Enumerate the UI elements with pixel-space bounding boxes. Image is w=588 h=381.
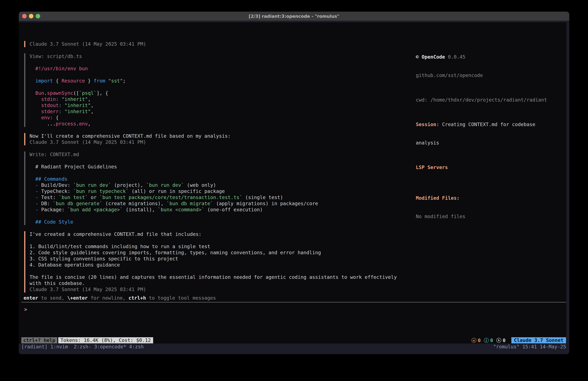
text-line: - TypeCheck: `bun run typecheck` (all) o… [30,188,318,194]
message-lines: Now I'll create a comprehensive CONTEXT.… [30,133,231,145]
text-line: stdin: "inherit", [30,96,126,102]
text-line: The file is concise (20 lines) and captu… [30,274,397,280]
text-line [30,157,318,164]
tool-accent-bar [24,151,25,225]
text-line: - DB: `bun db generate` (create migratio… [30,201,318,207]
tool-write-block: Write: CONTEXT.md # Radiant Project Guid… [24,151,397,225]
tmux-host-clock: "romulus" 15:41 14-May-25 [493,344,566,350]
text-line: ## Code Style [30,219,318,225]
session-title-wrap: analysis [416,140,547,146]
text-line: Claude 3.7 Sonnet (14 May 2025 03:41 PM) [30,41,146,47]
text-line: - Build/Dev: `bun run dev` (project), `b… [30,182,318,188]
text-line: Now I'll create a comprehensive CONTEXT.… [30,133,231,139]
text-line: 1. Build/lint/test commands including ho… [30,244,397,249]
text-line [30,170,318,176]
prompt-input[interactable]: > [24,306,557,313]
close-button[interactable] [22,14,27,18]
message-accent-bar [24,231,25,292]
text-line: stdout: "inherit", [30,102,126,109]
status-bar: ctrl+? help Tokens: 16.4K (8%), Cost: $0… [21,337,566,343]
counter-value: 0 [490,337,493,343]
help-chip: ctrl+? help [21,337,57,343]
text-line [30,268,397,274]
w-circle-icon: w [471,338,476,343]
text-line: I've created a comprehensive CONTEXT.md … [30,231,397,237]
text-line: 2. Code style guidelines covering import… [30,249,397,256]
text-line [30,72,126,78]
modified-files-heading: Modified Files: [416,195,547,201]
text-line: import { Resource } from "sst"; [30,78,126,84]
tool-lines: Write: CONTEXT.md # Radiant Project Guid… [30,151,318,225]
window-title: [2/3] radiant:3:opencode - "romulus" [249,14,339,19]
counter-value: 0 [503,337,505,343]
lsp-servers-heading: LSP Servers [416,164,547,171]
tokens-cost-chip: Tokens: 16.4K (8%), Cost: $0.12 [58,337,153,343]
minimize-button[interactable] [29,14,33,18]
text-line: enter to send, \+enter for newline, ctrl… [23,295,216,301]
tmux-status-bar: [radiant] 1:nvim 2:zsh- 3:opencode* 4:zs… [21,344,566,350]
text-line: stderr: "inherit", [30,109,126,115]
tool-accent-bar [24,53,25,127]
app-version: 0.0.45 [448,54,465,60]
text-line: ## Commands [30,176,318,182]
message-lines: Claude 3.7 Sonnet (14 May 2025 03:41 PM) [30,41,146,47]
sidebar: © OpenCode0.0.45 github.com/sst/opencode… [416,42,547,232]
session-title: : Creating CONTEXT.md for codebase [436,122,535,127]
zoom-button[interactable] [36,14,40,18]
text-line: 3. CSS styling conventions specific to t… [30,256,397,262]
message-lines: I've created a comprehensive CONTEXT.md … [30,231,397,292]
text-line [30,84,126,90]
i-counter: i0 [484,337,493,343]
cwd-line: cwd: /home/thdxr/dev/projects/radiant/ra… [416,97,547,103]
message-accent-bar [24,133,25,145]
text-line: # Radiant Project Guidelines [30,164,318,170]
h-circle-icon: h [496,338,501,343]
message-accent-bar [24,41,25,47]
tool-view-block: View: script/db.ts #!/usr/bin/env bun im… [24,53,397,127]
model-badge: Claude 3.7 Sonnet [511,337,566,343]
keybind-hint: enter to send, \+enter for newline, ctrl… [23,295,216,301]
diagnostic-counters: w0i0h0 [471,337,505,343]
tool-lines: View: script/db.ts #!/usr/bin/env bun im… [30,53,126,127]
text-line: Bun.spawnSync([`psql`], { [30,90,126,96]
text-line [30,237,397,244]
assistant-summary-block: I've created a comprehensive CONTEXT.md … [24,231,397,292]
counter-value: 0 [478,337,481,343]
text-line: ...process.env, [30,121,126,127]
chat-transcript: Claude 3.7 Sonnet (14 May 2025 03:41 PM)… [24,41,397,299]
h-counter: h0 [496,337,505,343]
app-name: © OpenCode [416,54,445,60]
modified-files-empty: No modified files [416,213,547,220]
i-circle-icon: i [484,338,489,343]
window-titlebar: [2/3] radiant:3:opencode - "romulus" [19,12,569,21]
text-line: Write: CONTEXT.md [30,151,318,157]
text-line: Claude 3.7 Sonnet (14 May 2025 03:41 PM) [30,286,397,292]
session-label: Session [416,122,436,127]
assistant-message-block: Now I'll create a comprehensive CONTEXT.… [24,133,397,145]
text-line: with this codebase. [30,280,397,286]
traffic-lights [22,14,40,18]
text-line: - Package: `bun add <package>` (install)… [30,207,318,213]
text-line [30,59,126,66]
repo-link: github.com/sst/opencode [416,72,547,78]
text-line [30,213,318,219]
w-counter: w0 [471,337,481,343]
message-meta-block: Claude 3.7 Sonnet (14 May 2025 03:41 PM) [24,41,397,47]
text-line: 4. Database operations guidance [30,262,397,268]
text-line: Claude 3.7 Sonnet (14 May 2025 03:41 PM) [30,139,231,145]
session-line: Session: Creating CONTEXT.md for codebas… [416,121,547,128]
text-line: env: { [30,115,126,121]
text-line: #!/usr/bin/env bun [30,66,126,72]
input-divider [21,302,566,303]
text-line: View: script/db.ts [30,53,126,59]
text-line: - Test: `bun test` or `bun test packages… [30,194,318,201]
tmux-windows-list[interactable]: [radiant] 1:nvim 2:zsh- 3:opencode* 4:zs… [21,344,144,350]
app-brand: © OpenCode0.0.45 [416,54,547,60]
terminal-window: [2/3] radiant:3:opencode - "romulus" Cla… [19,12,569,354]
